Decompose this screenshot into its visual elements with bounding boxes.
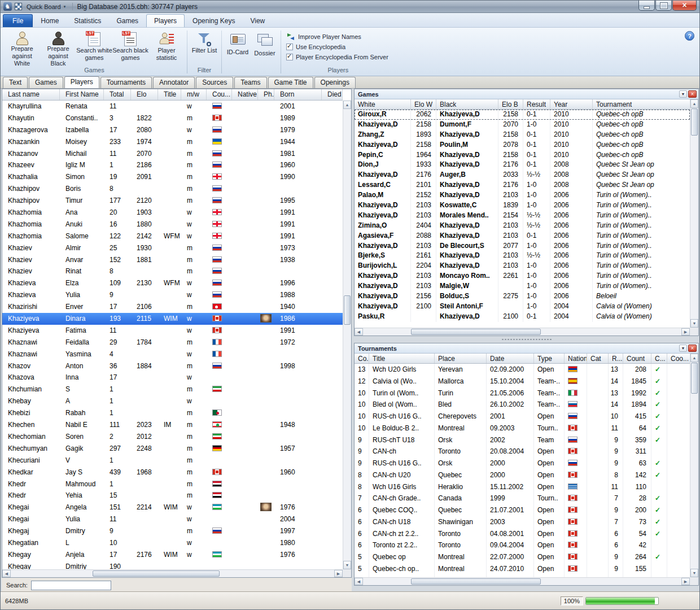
ribbon-tab-view[interactable]: View <box>243 15 272 27</box>
player-row[interactable]: KhaziyevaDinara1932115WIMw1986 <box>2 313 343 325</box>
player-row[interactable]: KhazovaInna17w <box>2 372 343 384</box>
minimize-button[interactable] <box>638 1 655 11</box>
game-row[interactable]: Khaziyeva,D2158Dumont,F20701-02010Quebec… <box>355 120 690 130</box>
column-header-tournament[interactable]: Tournament <box>593 99 690 109</box>
column-header-cou[interactable]: Cou... <box>207 89 232 100</box>
player-row[interactable]: KhegayAnjela172176WIMw1976 <box>2 549 343 561</box>
column-header-born[interactable]: Born <box>274 89 322 100</box>
game-row[interactable]: Khaziyeva,D2103Koswatte,C18391-02006Turi… <box>355 201 690 211</box>
tournament-row[interactable]: 8Wch U16 GirlsHeraklio15.11.2002Open1111… <box>355 481 690 493</box>
tournament-row[interactable]: 7CAN-ch Grade..Canada1999Tourn..728✓ <box>355 493 690 504</box>
game-row[interactable]: Dion,J1933Khaziyeva,D21760-12008Quebec S… <box>355 160 690 170</box>
player-row[interactable]: KhaznawiYasmina4w <box>2 348 343 360</box>
horizontal-scrollbar[interactable]: ◀ ▶ <box>2 569 343 577</box>
column-header-place[interactable]: Place <box>435 354 487 363</box>
vertical-scrollbar[interactable]: ▲ ▼ <box>690 354 698 577</box>
tournament-row[interactable]: 9RUS-ch U16 G..Orsk2000Open963✓ <box>355 457 690 469</box>
game-row[interactable]: Khaziyeva,D2103Malgie,W1-02006Turin ol (… <box>355 281 690 291</box>
player-row[interactable]: KhecurianiV1m <box>2 455 343 467</box>
horizontal-scrollbar[interactable]: ◀ ▶ <box>355 328 690 336</box>
filter-list-button[interactable]: Filter List <box>190 29 219 64</box>
tournament-row[interactable]: 6CAN-ch U18Shawinigan2003Open773✓ <box>355 516 690 528</box>
tab-players[interactable]: Players <box>64 76 99 88</box>
id-card-button[interactable]: ID-Card <box>224 29 251 64</box>
player-row[interactable]: KhaziyevaFatima11w1991 <box>2 325 343 337</box>
checkbox-icon[interactable] <box>286 43 293 50</box>
player-row[interactable]: KhazievaYulia9w1988 <box>2 289 343 301</box>
scroll-right-icon[interactable]: ▶ <box>334 570 343 577</box>
player-row[interactable]: KhebayA1w <box>2 395 343 407</box>
games-panel-header[interactable]: Games ▼ × <box>355 89 698 99</box>
scrollbar-thumb[interactable] <box>691 108 698 136</box>
game-row[interactable]: Bjerke,S2161Khaziyeva,D2103½-½2006Turin … <box>355 251 690 261</box>
search-black-games-button[interactable]: Search black games <box>112 29 148 64</box>
player-row[interactable]: KhazievaElza1092130WFMw1996 <box>2 277 343 289</box>
scroll-right-icon[interactable]: ▶ <box>681 328 690 336</box>
player-row[interactable]: KhazirishiEnver172106m1940 <box>2 301 343 313</box>
ribbon-tab-statistics[interactable]: Statistics <box>67 15 108 27</box>
tournament-row[interactable]: 8CAN-ch U20Quebec2000Open8142✓ <box>355 469 690 481</box>
tournament-row[interactable]: 6Quebec COQ..Quebec21.07.2001Open9200✓ <box>355 504 690 516</box>
player-row[interactable]: KhazhaliaSimon192091m1990 <box>2 171 343 183</box>
player-row[interactable]: KhazagerovaIzabella172080w1979 <box>2 124 343 136</box>
improve-player-names-button[interactable]: Improve Player Names <box>286 33 388 40</box>
close-button[interactable] <box>672 1 697 11</box>
game-row[interactable]: Zhang,Z1893Khaziyeva,D21580-12010Quebec-… <box>355 130 690 140</box>
game-row[interactable]: Agasieva,F2088Khaziyeva,D21030-12006Turi… <box>355 231 690 241</box>
quick-board-icon[interactable] <box>15 3 22 10</box>
tournament-row[interactable]: 13Wch U20 GirlsYerevan02.09.2000Open1320… <box>355 364 690 376</box>
help-button[interactable]: ? <box>685 31 694 41</box>
player-row[interactable]: KhazhomiaSalome1222142WFMw1991 <box>2 230 343 242</box>
scroll-right-icon[interactable]: ▶ <box>681 578 690 585</box>
scroll-left-icon[interactable]: ◀ <box>355 328 363 336</box>
game-row[interactable]: Khaziyeva,D2103Moncayo Rom..22611-02006T… <box>355 271 690 281</box>
game-row[interactable]: Giroux,R2062Khaziyeva,D21580-12010Quebec… <box>355 110 690 120</box>
column-header-ph[interactable]: Ph... <box>258 89 274 100</box>
horizontal-splitter[interactable] <box>354 336 699 343</box>
player-row[interactable]: KhayutinConstanti..31822m1989 <box>2 112 343 124</box>
player-row[interactable]: KhazankinMoisey2331974m1944 <box>2 136 343 148</box>
game-row[interactable]: Khaziyeva,D2100Steil Antoni,F1-02004Calv… <box>355 302 690 312</box>
player-row[interactable]: KhazhomiaAnuki161880w1991 <box>2 219 343 230</box>
tournament-row[interactable]: 9RUS-chT U18Orsk2002Team9359✓ <box>355 434 690 446</box>
scroll-down-icon[interactable]: ▼ <box>343 561 351 569</box>
column-header-elo-b[interactable]: Elo B <box>498 99 523 109</box>
column-header-coo[interactable]: Coo... <box>667 354 690 363</box>
tournament-row[interactable]: 6CAN-ch zt 2.2..Toronto04.08.2001Open654… <box>355 528 690 540</box>
game-row[interactable]: Khaziyeva,D2158Poulin,M20780-12010Quebec… <box>355 140 690 150</box>
tab-games[interactable]: Games <box>29 77 63 88</box>
player-row[interactable]: KhegatianL10w1980 <box>2 537 343 549</box>
tournament-row[interactable]: 5Quebec-ch op..Montreal24.07.2010Open915… <box>355 563 690 575</box>
maximize-button[interactable] <box>655 1 672 11</box>
column-header-elo[interactable]: Elo <box>131 89 158 100</box>
player-row[interactable]: KhegayDmitriy190 <box>2 561 343 569</box>
column-header-nation[interactable]: Nation <box>565 354 587 363</box>
app-icon[interactable]: ♞ <box>3 2 12 11</box>
column-header-title[interactable]: Title <box>158 89 181 100</box>
scroll-left-icon[interactable]: ◀ <box>355 578 363 585</box>
player-row[interactable]: KhazievRinat8m <box>2 265 343 277</box>
scroll-up-icon[interactable]: ▲ <box>690 99 698 108</box>
prepare-against-white-button[interactable]: Prepare against White <box>4 29 40 64</box>
game-row[interactable]: Khaziyeva,D2176Auger,B2033½-½2008Quebec … <box>355 170 690 180</box>
quick-board-dropdown[interactable]: Quick Board ▼ <box>24 2 68 11</box>
panel-menu-icon[interactable]: ▼ <box>679 90 687 98</box>
vertical-scrollbar[interactable]: ▲ ▼ <box>343 101 351 569</box>
player-row[interactable]: KhedrYehia15m <box>2 490 343 502</box>
player-row[interactable]: KhazanovMichail112070m1981 <box>2 148 343 160</box>
player-row[interactable]: KhechumyanGagik2972248m1957 <box>2 443 343 455</box>
close-icon[interactable]: × <box>688 90 697 98</box>
scrollbar-thumb[interactable] <box>344 295 351 325</box>
tournament-row[interactable]: 10Bled ol (Wom..Bled26.10.2002Team-..141… <box>355 399 690 411</box>
scroll-up-icon[interactable]: ▲ <box>690 354 698 362</box>
tab-text[interactable]: Text <box>3 77 28 88</box>
player-row[interactable]: KhazievAlmir251930m1973 <box>2 242 343 254</box>
tab-teams[interactable]: Teams <box>234 77 266 88</box>
tab-tournaments[interactable]: Tournaments <box>100 77 152 88</box>
column-header-last-name[interactable]: Last name <box>2 89 60 100</box>
ribbon-tab-home[interactable]: Home <box>33 15 66 27</box>
column-header-year[interactable]: Year <box>550 99 593 109</box>
column-header-c[interactable]: C... <box>651 354 667 363</box>
column-header-count[interactable]: Count <box>623 354 651 363</box>
player-row[interactable]: KhedrMahmoud1m <box>2 478 343 490</box>
